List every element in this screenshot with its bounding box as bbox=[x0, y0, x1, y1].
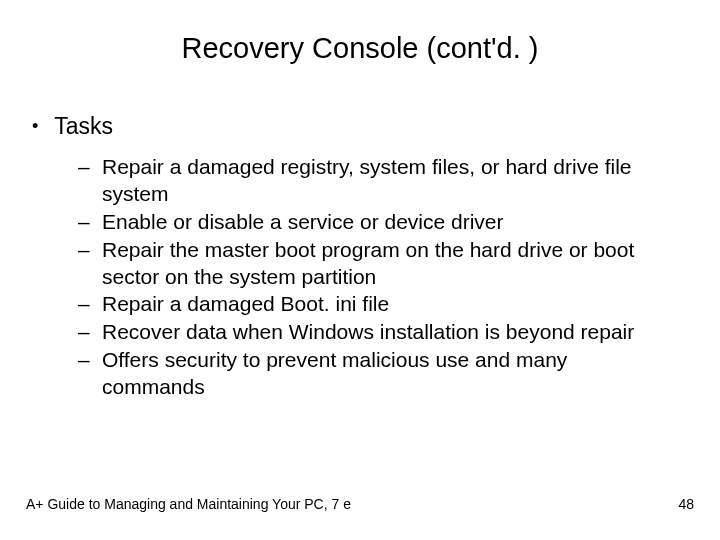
bullet-level-2-text: Repair a damaged registry, system files,… bbox=[102, 154, 674, 208]
bullet-dash-icon: – bbox=[78, 291, 92, 318]
bullet-dot-icon: • bbox=[32, 113, 38, 140]
bullet-level-2-text: Repair a damaged Boot. ini file bbox=[102, 291, 674, 318]
bullet-dash-icon: – bbox=[78, 347, 92, 401]
bullet-level-2-text: Enable or disable a service or device dr… bbox=[102, 209, 674, 236]
bullet-level-2-text: Repair the master boot program on the ha… bbox=[102, 237, 674, 291]
bullet-level-2-text: Recover data when Windows installation i… bbox=[102, 319, 674, 346]
bullet-level-2: – Recover data when Windows installation… bbox=[78, 319, 674, 346]
bullet-level-1: • Tasks bbox=[32, 113, 694, 140]
slide: Recovery Console (cont'd. ) • Tasks – Re… bbox=[0, 0, 720, 540]
bullet-level-2-text: Offers security to prevent malicious use… bbox=[102, 347, 674, 401]
slide-footer: A+ Guide to Managing and Maintaining You… bbox=[26, 496, 694, 512]
bullet-dash-icon: – bbox=[78, 319, 92, 346]
sub-bullet-list: – Repair a damaged registry, system file… bbox=[78, 154, 674, 401]
bullet-level-2: – Repair a damaged Boot. ini file bbox=[78, 291, 674, 318]
page-number: 48 bbox=[678, 496, 694, 512]
bullet-dash-icon: – bbox=[78, 154, 92, 208]
bullet-dash-icon: – bbox=[78, 237, 92, 291]
bullet-level-2: – Enable or disable a service or device … bbox=[78, 209, 674, 236]
bullet-dash-icon: – bbox=[78, 209, 92, 236]
footer-source: A+ Guide to Managing and Maintaining You… bbox=[26, 496, 351, 512]
bullet-level-2: – Repair the master boot program on the … bbox=[78, 237, 674, 291]
bullet-level-2: – Repair a damaged registry, system file… bbox=[78, 154, 674, 208]
bullet-level-1-text: Tasks bbox=[54, 113, 113, 140]
slide-title: Recovery Console (cont'd. ) bbox=[26, 32, 694, 65]
bullet-level-2: – Offers security to prevent malicious u… bbox=[78, 347, 674, 401]
